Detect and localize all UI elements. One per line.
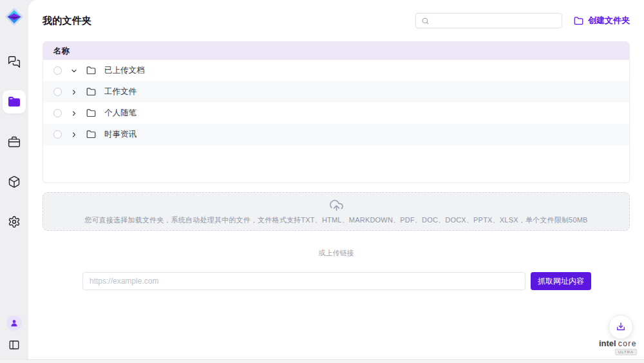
search-input[interactable] bbox=[433, 16, 556, 25]
table-row[interactable]: 时事资讯 bbox=[43, 124, 629, 145]
chat-icon bbox=[8, 55, 21, 68]
table-row[interactable]: 个人随笔 bbox=[43, 103, 629, 124]
row-checkbox[interactable] bbox=[53, 109, 62, 117]
column-name-header: 名称 bbox=[53, 46, 70, 57]
search-box[interactable] bbox=[415, 13, 562, 28]
topbar: 我的文件夹 创建文件夹 bbox=[43, 13, 630, 28]
intel-core-logo: intel core ULTRA bbox=[593, 338, 637, 355]
folder-plus-icon bbox=[574, 16, 583, 26]
collapse-panel-icon bbox=[8, 339, 20, 351]
table-row[interactable]: 工作文件 bbox=[43, 81, 629, 103]
gear-icon bbox=[8, 215, 21, 228]
sidebar-item-chat[interactable] bbox=[3, 50, 26, 74]
core-word: core bbox=[618, 339, 637, 348]
sidebar-item-settings[interactable] bbox=[3, 210, 26, 233]
upload-dropzone[interactable]: 您可直接选择加载文件夹，系统自动处理其中的文件，文件格式支持TXT、HTML、M… bbox=[43, 192, 630, 231]
url-upload-row: 抓取网址内容 bbox=[43, 272, 630, 290]
folder-name: 已上传文档 bbox=[104, 65, 145, 76]
chevron-right-icon[interactable] bbox=[70, 131, 78, 139]
create-folder-label: 创建文件夹 bbox=[588, 15, 630, 26]
row-checkbox[interactable] bbox=[53, 88, 62, 96]
row-checkbox[interactable] bbox=[53, 66, 62, 75]
table-header: 名称 bbox=[43, 42, 629, 60]
user-avatar[interactable] bbox=[6, 315, 22, 331]
folder-name: 工作文件 bbox=[104, 86, 137, 97]
or-upload-link-label: 或上传链接 bbox=[43, 248, 630, 258]
chevron-right-icon[interactable] bbox=[70, 88, 78, 96]
row-checkbox[interactable] bbox=[53, 130, 62, 139]
folder-name: 个人随笔 bbox=[104, 108, 137, 119]
intel-word: intel bbox=[599, 338, 616, 348]
sidebar-nav bbox=[3, 50, 26, 233]
search-icon bbox=[421, 17, 430, 25]
table-row[interactable]: 已上传文档 bbox=[43, 60, 629, 81]
folder-icon bbox=[86, 108, 96, 118]
sidebar-item-models[interactable] bbox=[3, 170, 26, 193]
app-window: { "app": { "title": "我的文件夹" }, "colors":… bbox=[0, 0, 644, 363]
folder-icon bbox=[86, 87, 96, 97]
sidebar-item-folders[interactable] bbox=[3, 90, 26, 113]
folder-icon bbox=[86, 66, 96, 75]
cloud-upload-icon bbox=[329, 199, 344, 213]
folder-name: 时事资讯 bbox=[104, 129, 137, 140]
folder-icon bbox=[86, 130, 96, 139]
sidebar bbox=[0, 0, 28, 363]
user-avatar-icon bbox=[10, 319, 19, 328]
folder-icon bbox=[8, 95, 21, 108]
fetch-url-button[interactable]: 抓取网址内容 bbox=[531, 272, 591, 290]
window-bottom-edge bbox=[0, 359, 644, 363]
sidebar-item-toolbox[interactable] bbox=[3, 130, 26, 153]
intel-ultra-badge: ULTRA bbox=[615, 349, 637, 355]
collapse-sidebar-button[interactable] bbox=[6, 337, 22, 353]
folder-table: 名称 已上传文档 工作文件 bbox=[43, 41, 630, 183]
sidebar-bottom bbox=[6, 315, 22, 353]
upload-hint-text: 您可直接选择加载文件夹，系统自动处理其中的文件，文件格式支持TXT、HTML、M… bbox=[84, 215, 587, 225]
create-folder-button[interactable]: 创建文件夹 bbox=[574, 15, 630, 26]
cube-icon bbox=[8, 175, 21, 188]
app-logo[interactable] bbox=[3, 5, 26, 28]
gem-logo-icon bbox=[4, 6, 24, 27]
chevron-right-icon[interactable] bbox=[70, 110, 78, 117]
download-fab-button[interactable] bbox=[609, 315, 633, 339]
page-title: 我的文件夹 bbox=[43, 15, 92, 27]
main-content: 我的文件夹 创建文件夹 名称 bbox=[28, 0, 644, 363]
download-icon bbox=[615, 321, 627, 333]
chevron-down-icon[interactable] bbox=[70, 67, 78, 75]
url-input[interactable] bbox=[82, 272, 526, 290]
briefcase-icon bbox=[8, 135, 21, 148]
